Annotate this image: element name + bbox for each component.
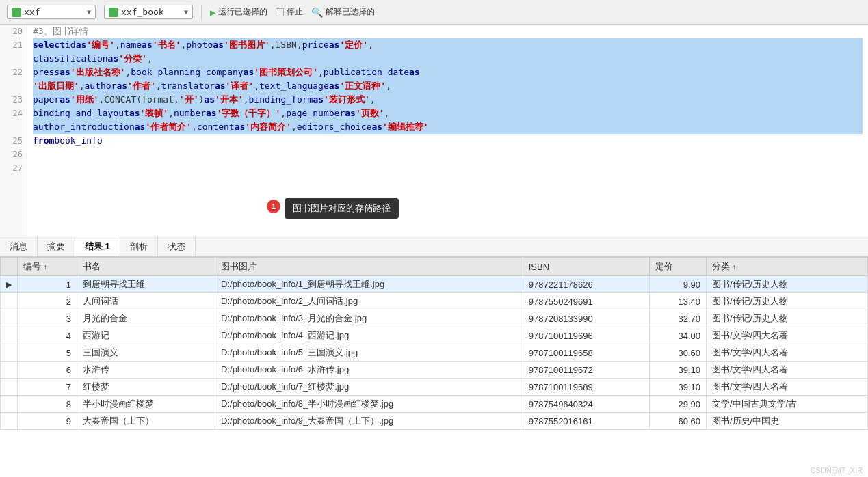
watermark: CSDN@IT_XIR — [810, 466, 863, 474]
result-tabs: 消息 摘要 结果 1 剖析 状态 — [0, 236, 868, 257]
row-category: 文学/中国古典文学/古 — [706, 396, 867, 413]
explain-button[interactable]: 🔍 解释已选择的 — [311, 6, 375, 18]
row-isbn: 9787100119658 — [523, 344, 649, 362]
row-isbn: 9787549640324 — [523, 396, 649, 413]
row-photo: D:/photo/book_info/4_西游记.jpg — [215, 327, 523, 344]
row-price: 39.10 — [650, 379, 707, 396]
db2-icon — [109, 8, 118, 17]
row-indicator: ▶ — [1, 276, 18, 293]
row-photo: D:/photo/book_info/6_水浒传.jpg — [215, 362, 523, 379]
col-header-photo[interactable]: 图书图片 — [215, 258, 523, 276]
table-row[interactable]: 8 半小时漫画红楼梦 D:/photo/book_info/8_半小时漫画红楼梦… — [1, 396, 868, 413]
table-row[interactable]: 6 水浒传 D:/photo/book_info/6_水浒传.jpg 97871… — [1, 362, 868, 379]
row-indicator — [1, 310, 18, 327]
row-isbn: 9787100119689 — [523, 379, 649, 396]
db2-selector[interactable]: xxf_book ▼ — [104, 5, 193, 19]
tooltip-container: 1 图书图片对应的存储路径 — [267, 198, 399, 219]
row-price: 60.60 — [650, 413, 707, 430]
db1-dropdown-arrow: ▼ — [87, 8, 91, 16]
row-price: 29.90 — [650, 396, 707, 413]
row-id: 2 — [18, 293, 77, 310]
play-icon: ▶ — [210, 7, 215, 18]
row-id: 1 — [18, 276, 77, 293]
tab-analysis[interactable]: 剖析 — [120, 236, 158, 256]
table-row[interactable]: 4 西游记 D:/photo/book_info/4_西游记.jpg 97871… — [1, 327, 868, 344]
run-button[interactable]: ▶ 运行已选择的 — [210, 6, 267, 18]
row-id: 3 — [18, 310, 77, 327]
explain-label: 解释已选择的 — [326, 6, 375, 18]
toolbar: xxf ▼ xxf_book ▼ ▶ 运行已选择的 停止 🔍 解释已选择的 — [0, 0, 868, 25]
code-line-25: from book_info — [33, 134, 863, 148]
code-line-22: press as '出版社名称',book_planning_company a… — [33, 66, 863, 79]
row-name: 西游记 — [77, 327, 215, 344]
row-name: 到唐朝寻找王维 — [77, 276, 215, 293]
db1-label: xxf — [24, 7, 40, 17]
row-price: 34.00 — [650, 327, 707, 344]
tab-result1[interactable]: 结果 1 — [75, 236, 120, 256]
code-line-21: select id as '编号',name as '书名',photo as … — [33, 38, 863, 52]
row-isbn: 9787221178626 — [523, 276, 649, 293]
toolbar-divider — [201, 5, 202, 19]
code-editor[interactable]: 20 21 22 23 24 25 26 27 #3、图书详情 select i… — [0, 25, 868, 236]
row-name: 人间词话 — [77, 293, 215, 310]
tab-summary[interactable]: 摘要 — [38, 236, 75, 256]
row-photo: D:/photo/book_info/7_红楼梦.jpg — [215, 379, 523, 396]
row-id: 5 — [18, 344, 77, 362]
row-name: 红楼梦 — [77, 379, 215, 396]
code-content[interactable]: #3、图书详情 select id as '编号',name as '书名',p… — [27, 25, 868, 236]
row-name: 水浒传 — [77, 362, 215, 379]
col-header-name[interactable]: 书名 — [77, 258, 215, 276]
col-header-indicator — [1, 258, 18, 276]
db1-selector[interactable]: xxf ▼ — [7, 5, 96, 19]
row-category: 图书/文学/四大名著 — [706, 362, 867, 379]
table-row[interactable]: 5 三国演义 D:/photo/book_info/5_三国演义.jpg 978… — [1, 344, 868, 362]
stop-label: 停止 — [287, 6, 303, 18]
row-category: 图书/传记/历史人物 — [706, 310, 867, 327]
table-row[interactable]: 3 月光的合金 D:/photo/book_info/3_月光的合金.jpg 9… — [1, 310, 868, 327]
row-price: 30.60 — [650, 344, 707, 362]
row-category: 图书/历史/中国史 — [706, 413, 867, 430]
row-id: 7 — [18, 379, 77, 396]
code-line-26 — [33, 148, 863, 161]
row-photo: D:/photo/book_info/8_半小时漫画红楼梦.jpg — [215, 396, 523, 413]
row-name: 三国演义 — [77, 344, 215, 362]
col-header-price[interactable]: 定价 — [650, 258, 707, 276]
table-row[interactable]: ▶ 1 到唐朝寻找王维 D:/photo/book_info/1_到唐朝寻找王维… — [1, 276, 868, 293]
col-header-isbn[interactable]: ISBN — [523, 258, 649, 276]
row-photo: D:/photo/book_info/1_到唐朝寻找王维.jpg — [215, 276, 523, 293]
db2-label: xxf_book — [121, 7, 164, 17]
tooltip-badge: 1 — [267, 200, 280, 213]
tab-status[interactable]: 状态 — [158, 236, 196, 256]
row-category: 图书/传记/历史人物 — [706, 293, 867, 310]
code-line-24: binding_and_layout as '装帧',number as '字数… — [33, 107, 863, 120]
row-photo: D:/photo/book_info/5_三国演义.jpg — [215, 344, 523, 362]
row-indicator — [1, 379, 18, 396]
row-id: 8 — [18, 396, 77, 413]
row-price: 32.70 — [650, 310, 707, 327]
row-isbn: 9787208133990 — [523, 310, 649, 327]
table-header-row: 编号↑ 书名 图书图片 ISBN 定价 分类↑ — [1, 258, 868, 276]
code-line-22b: '出版日期',author as '作者',translator as '译者'… — [33, 79, 863, 93]
row-name: 半小时漫画红楼梦 — [77, 396, 215, 413]
row-price: 9.90 — [650, 276, 707, 293]
code-line-21b: classification as '分类', — [33, 52, 863, 66]
row-photo: D:/photo/book_info/9_大秦帝国（上下）.jpg — [215, 413, 523, 430]
tab-messages[interactable]: 消息 — [0, 236, 38, 256]
code-line-20: #3、图书详情 — [33, 25, 863, 38]
table-row[interactable]: 7 红楼梦 D:/photo/book_info/7_红楼梦.jpg 97871… — [1, 379, 868, 396]
results-area[interactable]: 编号↑ 书名 图书图片 ISBN 定价 分类↑ ▶ 1 到唐朝寻找王维 D:/p… — [0, 257, 868, 477]
table-row[interactable]: 2 人间词话 D:/photo/book_info/2_人间词话.jpg 978… — [1, 293, 868, 310]
row-isbn: 9787100119672 — [523, 362, 649, 379]
row-category: 图书/传记/历史人物 — [706, 276, 867, 293]
code-line-23: paper as '用纸',CONCAT(format,'开') as '开本'… — [33, 93, 863, 107]
col-header-category[interactable]: 分类↑ — [706, 258, 867, 276]
table-row[interactable]: 9 大秦帝国（上下） D:/photo/book_info/9_大秦帝国（上下）… — [1, 413, 868, 430]
results-table: 编号↑ 书名 图书图片 ISBN 定价 分类↑ ▶ 1 到唐朝寻找王维 D:/p… — [0, 257, 868, 430]
row-id: 9 — [18, 413, 77, 430]
row-name: 月光的合金 — [77, 310, 215, 327]
stop-button[interactable]: 停止 — [276, 6, 303, 18]
row-isbn: 9787552016161 — [523, 413, 649, 430]
row-indicator — [1, 413, 18, 430]
col-header-id[interactable]: 编号↑ — [18, 258, 77, 276]
row-isbn: 9787550249691 — [523, 293, 649, 310]
